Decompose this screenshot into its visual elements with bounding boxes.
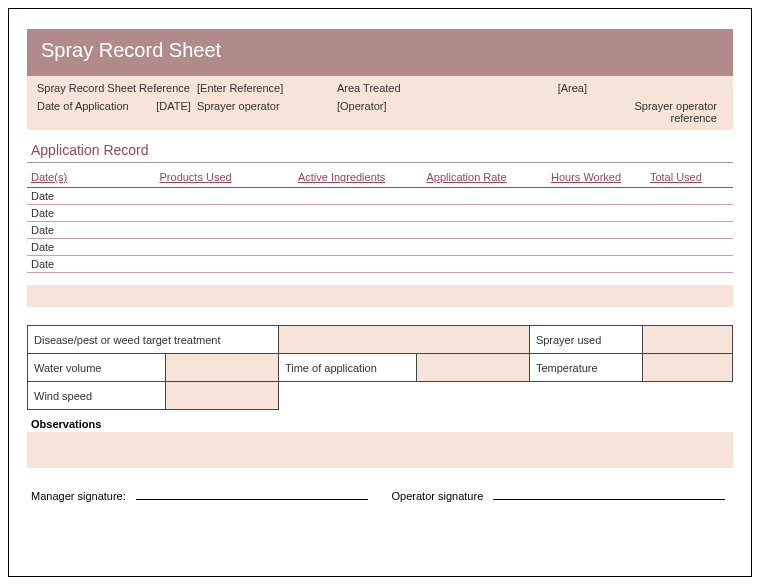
- detail-water-value: [166, 354, 279, 382]
- meta-date-label: Date of Application: [37, 100, 129, 112]
- meta-opref-label-top: [587, 82, 717, 94]
- spacer-band: [27, 285, 733, 307]
- observations-label: Observations: [31, 418, 733, 430]
- section-heading-application-record: Application Record: [31, 142, 733, 158]
- detail-row-1: Disease/pest or weed target treatment Sp…: [28, 326, 733, 354]
- col-ingredients: Active Ingredients: [298, 171, 427, 183]
- detail-temp-value: [642, 354, 732, 382]
- col-hours: Hours Worked: [551, 171, 650, 183]
- record-row: Date: [27, 205, 733, 222]
- meta-spacer: [467, 100, 587, 124]
- meta-ref-value: [Enter Reference]: [197, 82, 337, 94]
- record-header: Date(s) Products Used Active Ingredients…: [27, 169, 733, 188]
- detail-time-label: Time of application: [278, 354, 416, 382]
- meta-area-label: Area Treated: [337, 82, 467, 94]
- col-rate: Application Rate: [426, 171, 551, 183]
- detail-target-label: Disease/pest or weed target treatment: [28, 326, 279, 354]
- record-row: Date: [27, 188, 733, 205]
- detail-row-2: Water volume Time of application Tempera…: [28, 354, 733, 382]
- col-total: Total Used: [650, 171, 729, 183]
- page-title: Spray Record Sheet: [41, 39, 221, 61]
- detail-row-3: Wind speed: [28, 382, 733, 410]
- operator-signature-line: [493, 499, 725, 500]
- detail-temp-label: Temperature: [529, 354, 642, 382]
- detail-target-value: [278, 326, 529, 354]
- detail-empty: [278, 382, 732, 410]
- observations-box: [27, 432, 733, 468]
- signature-row: Manager signature: Operator signature: [27, 490, 733, 502]
- meta-row-2: Date of Application [DATE] Sprayer opera…: [27, 96, 733, 130]
- record-row: Date: [27, 222, 733, 239]
- meta-operator-label: Sprayer operator: [197, 100, 337, 124]
- meta-date-value: [DATE]: [156, 100, 191, 112]
- record-row: Date: [27, 239, 733, 256]
- detail-time-value: [417, 354, 530, 382]
- detail-wind-label: Wind speed: [28, 382, 166, 410]
- col-date: Date(s): [31, 171, 160, 183]
- manager-signature-label: Manager signature:: [31, 490, 126, 502]
- detail-sprayer-label: Sprayer used: [529, 326, 642, 354]
- detail-wind-value: [166, 382, 279, 410]
- page-border: Spray Record Sheet Spray Record Sheet Re…: [8, 8, 752, 577]
- detail-water-label: Water volume: [28, 354, 166, 382]
- meta-area-value: [Area]: [467, 82, 587, 94]
- detail-table: Disease/pest or weed target treatment Sp…: [27, 325, 733, 410]
- meta-row-1: Spray Record Sheet Reference [Enter Refe…: [27, 76, 733, 96]
- record-row: Date: [27, 256, 733, 273]
- meta-opref-label: Sprayer operator reference: [587, 100, 717, 124]
- divider: [27, 162, 733, 163]
- meta-section: Spray Record Sheet Reference [Enter Refe…: [27, 76, 733, 130]
- title-bar: Spray Record Sheet: [27, 29, 733, 76]
- col-products: Products Used: [160, 171, 298, 183]
- meta-operator-value: [Operator]: [337, 100, 467, 124]
- manager-signature-line: [136, 499, 368, 500]
- meta-ref-label: Spray Record Sheet Reference: [37, 82, 197, 94]
- detail-sprayer-value: [642, 326, 732, 354]
- operator-signature-label: Operator signature: [392, 490, 484, 502]
